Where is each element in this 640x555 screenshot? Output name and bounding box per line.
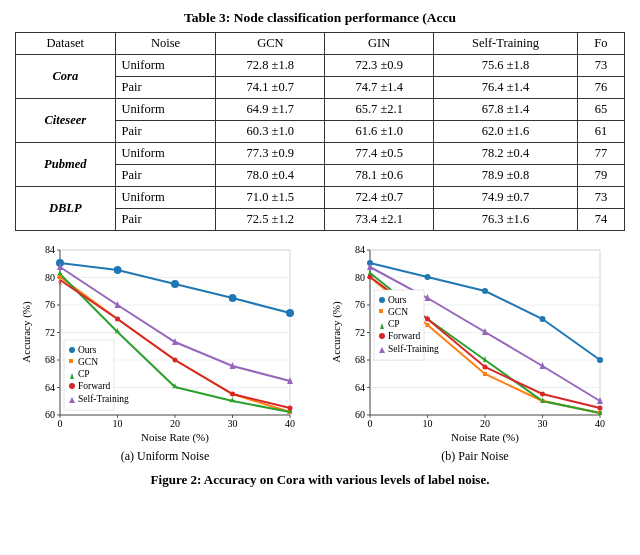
charts-row: Accuracy (%) 60 64 68 72 76 80 84 <box>15 245 625 464</box>
table-cell-fo: 74 <box>577 209 624 231</box>
svg-rect-114 <box>483 372 487 376</box>
svg-text:Accuracy (%): Accuracy (%) <box>330 301 343 363</box>
results-table: Dataset Noise GCN GIN Self-Training Fo C… <box>15 32 625 231</box>
table-cell-noise: Uniform <box>115 143 216 165</box>
svg-text:GCN: GCN <box>78 357 98 367</box>
svg-text:Accuracy (%): Accuracy (%) <box>20 301 33 363</box>
svg-text:Forward: Forward <box>78 381 110 391</box>
svg-text:40: 40 <box>595 418 605 429</box>
table-cell-self_training: 76.4 ±1.4 <box>434 77 578 99</box>
dataset-cell: Cora <box>16 55 116 99</box>
table-cell-noise: Uniform <box>115 55 216 77</box>
svg-text:Noise Rate (%): Noise Rate (%) <box>451 431 519 444</box>
svg-text:Self-Training: Self-Training <box>78 394 129 404</box>
svg-point-139 <box>379 333 385 339</box>
svg-text:64: 64 <box>355 382 365 393</box>
table-cell-self_training: 67.8 ±1.4 <box>434 99 578 121</box>
col-gcn: GCN <box>216 33 325 55</box>
svg-point-108 <box>425 274 431 280</box>
table-cell-gcn: 74.1 ±0.7 <box>216 77 325 99</box>
table-cell-gin: 77.4 ±0.5 <box>325 143 434 165</box>
dataset-cell: DBLP <box>16 187 116 231</box>
svg-point-55 <box>288 406 293 411</box>
table-cell-gcn: 78.0 ±0.4 <box>216 165 325 187</box>
svg-text:Self-Training: Self-Training <box>388 344 439 354</box>
svg-rect-113 <box>426 323 430 327</box>
svg-text:64: 64 <box>45 382 55 393</box>
svg-point-68 <box>69 383 75 389</box>
svg-text:20: 20 <box>170 418 180 429</box>
svg-text:76: 76 <box>45 299 55 310</box>
table-cell-gcn: 77.3 ±0.9 <box>216 143 325 165</box>
svg-text:84: 84 <box>355 245 365 255</box>
svg-point-110 <box>540 316 546 322</box>
svg-point-126 <box>598 406 603 411</box>
svg-text:GCN: GCN <box>388 307 408 317</box>
svg-point-109 <box>482 288 488 294</box>
svg-rect-135 <box>379 309 383 313</box>
svg-text:0: 0 <box>368 418 373 429</box>
svg-text:Ours: Ours <box>388 295 407 305</box>
table-cell-self_training: 74.9 ±0.7 <box>434 187 578 209</box>
table-cell-gcn: 72.8 ±1.8 <box>216 55 325 77</box>
svg-text:80: 80 <box>45 272 55 283</box>
table-cell-gin: 72.3 ±0.9 <box>325 55 434 77</box>
table-cell-self_training: 78.9 ±0.8 <box>434 165 578 187</box>
col-self-training: Self-Training <box>434 33 578 55</box>
svg-point-38 <box>172 281 178 287</box>
svg-point-52 <box>115 317 120 322</box>
svg-point-122 <box>368 275 373 280</box>
table-cell-fo: 61 <box>577 121 624 143</box>
col-dataset: Dataset <box>16 33 116 55</box>
table-cell-noise: Pair <box>115 77 216 99</box>
svg-point-37 <box>115 267 121 273</box>
table-cell-gcn: 71.0 ±1.5 <box>216 187 325 209</box>
svg-text:30: 30 <box>228 418 238 429</box>
table-cell-gcn: 72.5 ±1.2 <box>216 209 325 231</box>
svg-rect-41 <box>58 275 62 279</box>
svg-text:Ours: Ours <box>78 345 97 355</box>
svg-text:72: 72 <box>355 327 365 338</box>
svg-text:Noise Rate (%): Noise Rate (%) <box>141 431 209 444</box>
table-cell-self_training: 75.6 ±1.8 <box>434 55 578 77</box>
figure-caption: Figure 2: Accuracy on Cora with various … <box>15 472 625 488</box>
table-cell-fo: 77 <box>577 143 624 165</box>
dataset-cell: Citeseer <box>16 99 116 143</box>
chart-a: Accuracy (%) 60 64 68 72 76 80 84 <box>20 245 310 445</box>
table-cell-noise: Pair <box>115 165 216 187</box>
svg-text:76: 76 <box>355 299 365 310</box>
table-cell-noise: Pair <box>115 209 216 231</box>
svg-text:84: 84 <box>45 245 55 255</box>
table-cell-gin: 65.7 ±2.1 <box>325 99 434 121</box>
table-cell-noise: Uniform <box>115 99 216 121</box>
chart-a-caption: (a) Uniform Noise <box>121 449 210 464</box>
svg-text:60: 60 <box>355 409 365 420</box>
svg-point-40 <box>287 310 293 316</box>
table-cell-gin: 61.6 ±1.0 <box>325 121 434 143</box>
svg-point-123 <box>425 317 430 322</box>
table-cell-gin: 78.1 ±0.6 <box>325 165 434 187</box>
table-cell-gcn: 60.3 ±1.0 <box>216 121 325 143</box>
svg-text:0: 0 <box>58 418 63 429</box>
table-cell-noise: Uniform <box>115 187 216 209</box>
svg-text:80: 80 <box>355 272 365 283</box>
svg-text:30: 30 <box>538 418 548 429</box>
chart-a-container: Accuracy (%) 60 64 68 72 76 80 84 <box>15 245 315 464</box>
table-cell-gin: 72.4 ±0.7 <box>325 187 434 209</box>
table-cell-fo: 65 <box>577 99 624 121</box>
table-cell-noise: Pair <box>115 121 216 143</box>
table-cell-gin: 74.7 ±1.4 <box>325 77 434 99</box>
svg-point-54 <box>230 392 235 397</box>
svg-text:60: 60 <box>45 409 55 420</box>
table-cell-fo: 79 <box>577 165 624 187</box>
svg-text:40: 40 <box>285 418 295 429</box>
svg-point-133 <box>379 297 385 303</box>
svg-text:72: 72 <box>45 327 55 338</box>
dataset-cell: Pubmed <box>16 143 116 187</box>
svg-text:10: 10 <box>423 418 433 429</box>
svg-point-124 <box>483 365 488 370</box>
svg-text:68: 68 <box>355 354 365 365</box>
table-cell-self_training: 78.2 ±0.4 <box>434 143 578 165</box>
svg-point-125 <box>540 392 545 397</box>
col-noise: Noise <box>115 33 216 55</box>
